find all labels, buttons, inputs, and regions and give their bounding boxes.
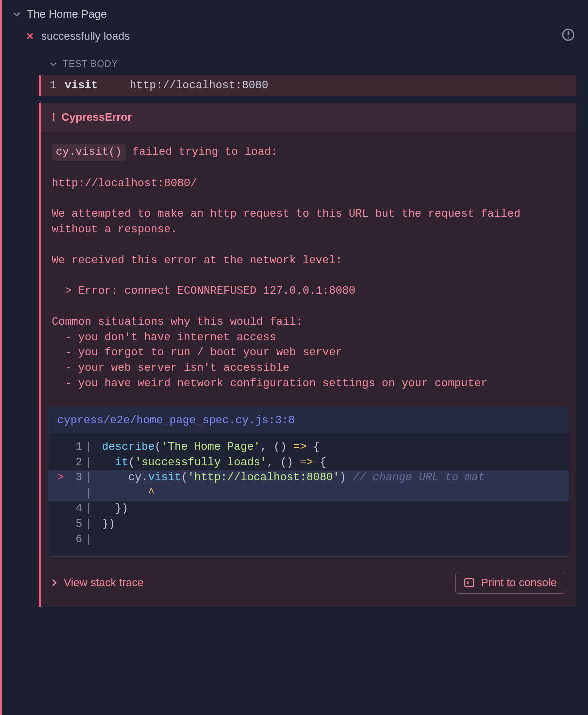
print-label: Print to console xyxy=(481,576,557,590)
svg-rect-3 xyxy=(465,579,474,587)
view-stack-trace-button[interactable]: View stack trace xyxy=(52,576,144,590)
error-block: ! CypressError cy.visit() failed trying … xyxy=(39,103,576,607)
chevron-right-icon xyxy=(52,579,58,587)
test-body-header[interactable]: TEST BODY xyxy=(39,50,576,76)
command-name: visit xyxy=(65,80,130,92)
command-row[interactable]: 1 visit http://localhost:8080 xyxy=(39,76,576,96)
command-arg: http://localhost:8080 xyxy=(130,80,268,92)
test-title: successfully loads xyxy=(41,30,130,43)
terminal-icon xyxy=(464,578,475,588)
suite-header[interactable]: The Home Page xyxy=(9,5,588,25)
code-line: 5| }) xyxy=(48,517,569,532)
warning-icon[interactable] xyxy=(561,28,575,42)
chevron-down-icon xyxy=(13,10,21,18)
code-frame-location[interactable]: cypress/e2e/home_page_spec.cy.js:3:8 xyxy=(48,408,569,434)
stack-label: View stack trace xyxy=(64,576,144,590)
error-title: ! CypressError xyxy=(41,103,576,132)
status-rail xyxy=(0,0,2,715)
fail-icon: ✕ xyxy=(26,30,34,42)
test-body-label: TEST BODY xyxy=(63,59,118,70)
chevron-down-icon xyxy=(50,61,57,68)
code-frame: cypress/e2e/home_page_spec.cy.js:3:8 1| … xyxy=(48,407,569,558)
test-row[interactable]: ✕ successfully loads xyxy=(9,25,588,48)
code-line: 1| describe('The Home Page', () => { xyxy=(48,440,569,456)
suite-title: The Home Page xyxy=(27,8,107,21)
code-chip: cy.visit() xyxy=(52,144,126,161)
code-line: | ^ xyxy=(48,486,569,502)
code-lines: 1| describe('The Home Page', () => { 2| … xyxy=(48,434,569,557)
code-line: 6| xyxy=(48,532,569,548)
error-name: CypressError xyxy=(61,111,132,124)
code-line: 2| it('successfully loads', () => { xyxy=(48,456,569,471)
code-line: 4| }) xyxy=(48,502,569,517)
code-line: >3| cy.visit('http://localhost:8080') //… xyxy=(48,470,569,486)
print-to-console-button[interactable]: Print to console xyxy=(455,572,565,594)
exclaim-icon: ! xyxy=(52,111,55,124)
command-index: 1 xyxy=(50,80,65,92)
error-body: cy.visit() failed trying to load: http:/… xyxy=(41,132,576,404)
svg-point-2 xyxy=(567,37,569,38)
